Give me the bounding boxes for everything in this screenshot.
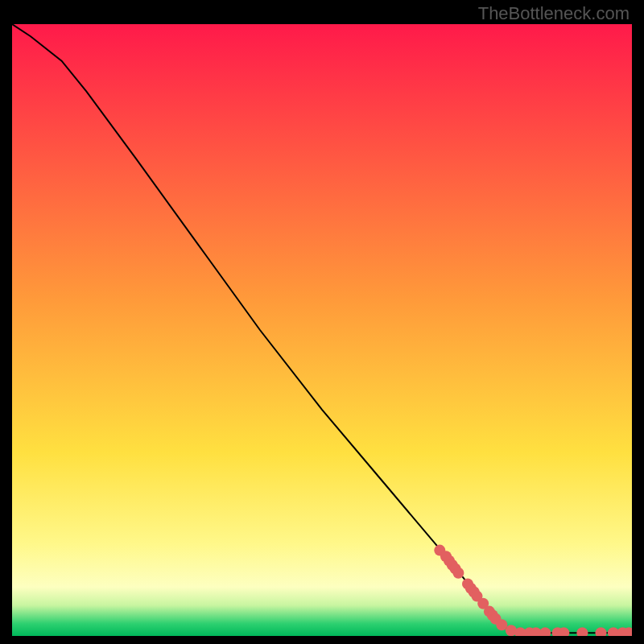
data-marker xyxy=(452,568,464,579)
chart-svg xyxy=(12,24,632,636)
chart-plot-area xyxy=(12,24,632,636)
watermark-text: TheBottleneck.com xyxy=(478,3,630,24)
